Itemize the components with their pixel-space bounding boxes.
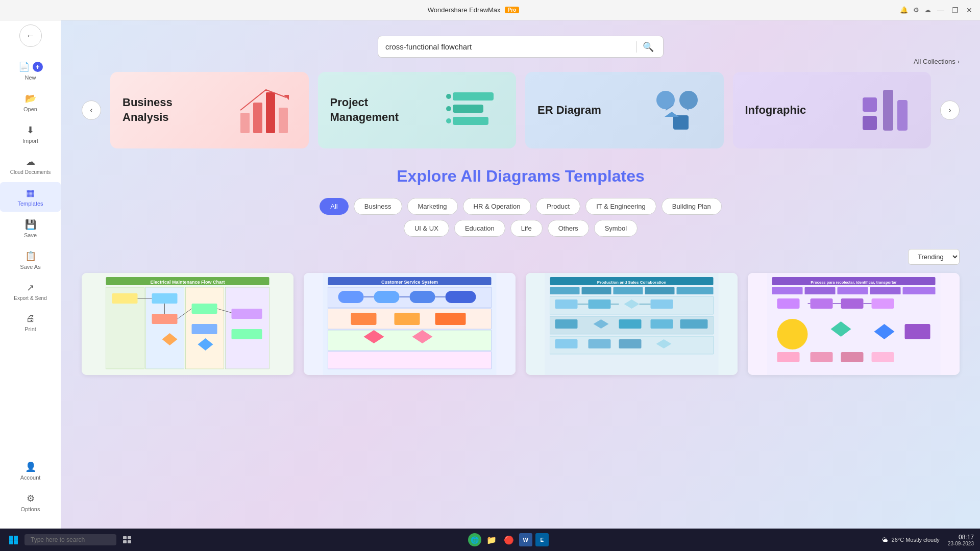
filter-btn-it-engineering[interactable]: IT & Engineering [585, 198, 656, 215]
sidebar-item-account[interactable]: 👤 Account [0, 456, 61, 486]
template-card-4[interactable]: Process para recolectar, identificar, tr… [748, 273, 960, 375]
svg-rect-91 [805, 287, 836, 294]
template-thumb-2: Customer Service System [304, 273, 516, 375]
browser-icon[interactable]: 🌐 [468, 533, 481, 546]
main-layout: ← 📄 + New 📂 Open ⬇ Import ☁ Cloud Docume… [0, 20, 980, 529]
svg-rect-66 [645, 287, 675, 294]
svg-rect-90 [772, 287, 803, 294]
filter-btn-hr-operation[interactable]: HR & Operation [463, 198, 531, 215]
taskbar-app-icons: 🌐 📁 🔴 W E [468, 533, 549, 547]
svg-rect-13 [673, 115, 689, 130]
svg-rect-34 [232, 329, 262, 339]
template-card-2[interactable]: Customer Service System [304, 273, 516, 375]
word-icon[interactable]: W [519, 533, 532, 546]
svg-text:Production and Sales Collabora: Production and Sales Collaboration [597, 280, 667, 285]
filter-btn-symbol[interactable]: Symbol [594, 220, 638, 237]
taskbar-search-input[interactable] [24, 534, 116, 545]
svg-rect-54 [435, 313, 466, 325]
sort-select[interactable]: Trending Newest Popular [908, 249, 960, 265]
svg-rect-115 [128, 536, 131, 539]
svg-rect-2 [266, 92, 275, 133]
search-input[interactable] [385, 36, 632, 57]
collection-card-project-management[interactable]: Project Management [318, 72, 517, 148]
back-button[interactable]: ← [19, 24, 42, 47]
carousel-next-button[interactable]: › [940, 101, 960, 120]
settings-icon[interactable]: ⚙ [913, 6, 919, 14]
svg-rect-19 [883, 90, 893, 131]
template-thumb-1: Electrical Maintenance Flow Chart [82, 273, 293, 375]
sidebar-item-open[interactable]: 📂 Open [0, 88, 61, 117]
chrome-icon[interactable]: 🔴 [502, 533, 516, 547]
svg-point-10 [446, 118, 451, 123]
sidebar-item-print[interactable]: 🖨 Print [0, 308, 61, 337]
collection-card-business-analysis[interactable]: Business Analysis [110, 72, 309, 148]
svg-rect-46 [328, 330, 492, 350]
template-card-3[interactable]: Production and Sales Collaboration [526, 273, 738, 375]
svg-rect-70 [589, 299, 611, 309]
filter-btn-life[interactable]: Life [510, 220, 543, 237]
svg-rect-27 [226, 287, 270, 369]
filter-btn-education[interactable]: Education [454, 220, 505, 237]
svg-rect-112 [9, 540, 13, 544]
sidebar-item-options[interactable]: ⚙ Options [0, 488, 61, 517]
cloud-icon: ☁ [26, 156, 35, 167]
svg-rect-107 [811, 352, 833, 362]
filter-btn-all[interactable]: All [320, 198, 348, 215]
svg-point-9 [446, 106, 451, 111]
templates-icon: ▦ [26, 187, 35, 198]
restore-button[interactable]: ❐ [950, 6, 960, 15]
sidebar-item-save[interactable]: 💾 Save [0, 214, 61, 243]
svg-rect-49 [374, 291, 400, 303]
options-icon: ⚙ [27, 493, 35, 504]
all-collections-link[interactable]: All Collections › [914, 58, 960, 65]
sidebar-item-saveas[interactable]: 📋 Save As [0, 245, 61, 275]
svg-rect-102 [905, 324, 930, 339]
minimize-button[interactable]: — [936, 6, 945, 15]
svg-rect-7 [453, 117, 488, 125]
collection-card-er-diagram[interactable]: ER Diagram [525, 72, 724, 148]
explore-title: Explore All Diagrams Templates [82, 167, 960, 186]
sidebar-item-templates[interactable]: ▦ Templates [0, 182, 61, 212]
carousel-prev-button[interactable]: ‹ [82, 101, 101, 120]
filter-btn-ui-ux[interactable]: UI & UX [404, 220, 449, 237]
task-view-icon[interactable] [120, 533, 135, 547]
cloud-sync-icon[interactable]: ☁ [924, 6, 931, 14]
collection-card-infographic[interactable]: Infographic [733, 72, 932, 148]
filter-btn-marketing[interactable]: Marketing [407, 198, 458, 215]
svg-rect-77 [651, 319, 673, 329]
files-icon[interactable]: 📁 [484, 533, 499, 547]
svg-rect-5 [453, 92, 494, 101]
svg-rect-64 [582, 287, 611, 294]
svg-rect-96 [811, 298, 833, 309]
filter-btn-product[interactable]: Product [536, 198, 580, 215]
sidebar-item-cloud[interactable]: ☁ Cloud Documents [0, 151, 61, 180]
sidebar-item-import[interactable]: ⬇ Import [0, 119, 61, 149]
sidebar-label-import: Import [22, 138, 38, 144]
sidebar-item-new[interactable]: 📄 + New [0, 56, 61, 86]
start-button[interactable] [6, 533, 20, 547]
card-title-infographic: Infographic [745, 103, 806, 118]
filter-btn-building-plan[interactable]: Building Plan [662, 198, 722, 215]
sidebar-item-export[interactable]: ↗ Export & Send [0, 277, 61, 306]
edraw-icon[interactable]: E [535, 533, 549, 546]
template-thumb-4: Process para recolectar, identificar, tr… [748, 273, 960, 375]
close-button[interactable]: ✕ [965, 6, 974, 15]
notification-icon[interactable]: 🔔 [900, 6, 908, 14]
svg-point-99 [777, 319, 808, 349]
svg-rect-106 [777, 352, 800, 362]
svg-rect-74 [555, 319, 578, 329]
svg-rect-69 [555, 299, 578, 309]
svg-rect-97 [841, 298, 864, 309]
svg-rect-95 [777, 298, 800, 309]
filter-btn-others[interactable]: Others [548, 220, 589, 237]
search-button[interactable]: 🔍 [641, 39, 656, 55]
svg-rect-63 [550, 287, 580, 294]
project-management-illustration [437, 82, 504, 138]
filter-btn-business[interactable]: Business [354, 198, 402, 215]
svg-rect-76 [619, 319, 642, 329]
svg-rect-67 [677, 287, 714, 294]
svg-rect-0 [240, 113, 250, 133]
svg-rect-81 [589, 339, 611, 348]
template-card-1[interactable]: Electrical Maintenance Flow Chart [82, 273, 293, 375]
collections-wrap: All Collections › ‹ Business Analysis [82, 72, 960, 148]
